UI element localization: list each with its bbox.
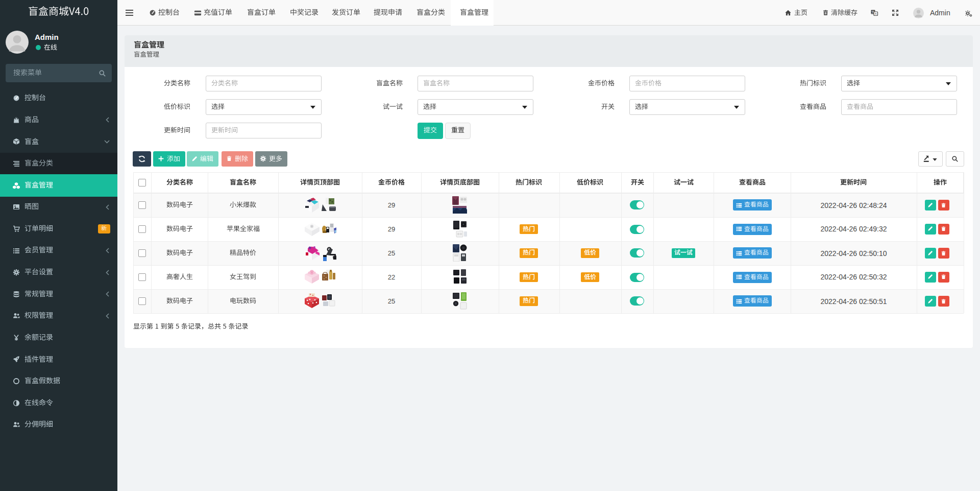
svg-text:A: A — [875, 12, 877, 15]
